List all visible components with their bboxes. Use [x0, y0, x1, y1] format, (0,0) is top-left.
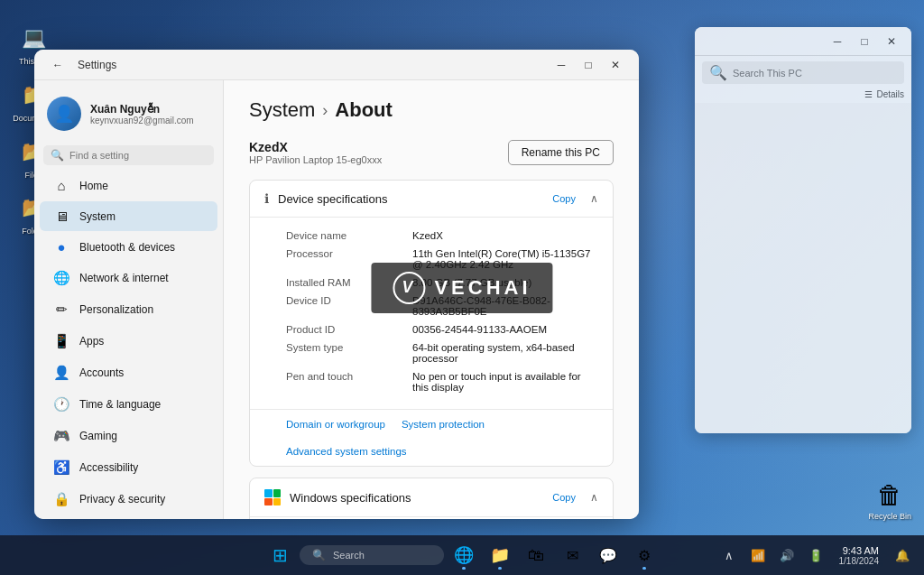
sidebar-item-label-accessibility: Accessibility [79, 461, 138, 474]
spec-row-device-id: Device ID D91A646C-C948-476E-B082-8393A3… [286, 292, 595, 320]
explorer-search-icon: 🔍 [709, 64, 727, 81]
details-icon: ☰ [864, 89, 873, 99]
breadcrumb-about: About [335, 98, 393, 122]
sidebar-item-label-system: System [79, 210, 116, 223]
sidebar-item-privacy[interactable]: 🔒 Privacy & security [40, 484, 217, 515]
taskbar-app-store[interactable]: 🛍 [520, 539, 552, 571]
taskbar-center: ⊞ 🔍 🌐 📁 🛍 ✉ 💬 ⚙ [263, 539, 661, 571]
sidebar-item-label-privacy: Privacy & security [79, 493, 165, 505]
windows-specs-header[interactable]: Windows specifications Copy ∧ [250, 478, 613, 517]
tray-network-icon[interactable]: 📶 [745, 543, 771, 568]
sidebar-item-label-home: Home [79, 180, 108, 192]
explorer-window: ─ □ ✕ 🔍 ☰ Details [695, 27, 911, 433]
tray-chevron-icon[interactable]: ∧ [716, 543, 742, 568]
taskbar-search-bar[interactable]: 🔍 [300, 545, 444, 565]
spec-label-device-name: Device name [286, 230, 412, 241]
sidebar-item-home[interactable]: ⌂ Home [40, 171, 217, 200]
avatar: 👤 [47, 97, 81, 131]
breadcrumb-system: System [249, 98, 315, 122]
taskbar-app-explorer[interactable]: 📁 [484, 539, 516, 571]
spec-value-device-id: D91A646C-C948-476E-B082-8393A3B5BF0E [412, 295, 595, 317]
tray-sound-icon[interactable]: 🔊 [774, 543, 799, 568]
spec-label-processor: Processor [286, 248, 412, 270]
taskbar-app-edge[interactable]: 🌐 [448, 539, 480, 571]
sidebar-item-network[interactable]: 🌐 Network & internet [40, 263, 217, 293]
settings-body: 👤 Xuân Nguyễn keynvxuan92@gmail.com 🔍 ⌂ … [34, 80, 639, 519]
breadcrumb-separator: › [322, 101, 328, 120]
sidebar-item-system[interactable]: 🖥 System [40, 201, 217, 231]
sidebar-item-time[interactable]: 🕐 Time & language [40, 389, 217, 420]
settings-back-button[interactable]: ← [45, 52, 70, 78]
user-profile[interactable]: 👤 Xuân Nguyễn keynvxuan92@gmail.com [34, 88, 223, 140]
sidebar-item-bluetooth[interactable]: ● Bluetooth & devices [40, 232, 217, 262]
explorer-details-button[interactable]: ☰ Details [695, 89, 911, 103]
spec-value-system-type: 64-bit operating system, x64-based proce… [412, 342, 595, 364]
explorer-search-input[interactable] [733, 68, 897, 79]
rename-pc-button[interactable]: Rename this PC [508, 140, 614, 165]
sidebar-item-label-accounts: Accounts [79, 366, 124, 379]
personalization-icon: ✏ [52, 301, 70, 318]
settings-sidebar: 👤 Xuân Nguyễn keynvxuan92@gmail.com 🔍 ⌂ … [34, 80, 224, 519]
settings-search-input[interactable] [69, 150, 207, 161]
related-link-protection[interactable]: System protection [402, 419, 485, 430]
windows-logo-icon [264, 489, 281, 505]
sidebar-item-apps[interactable]: 📱 Apps [40, 326, 217, 357]
notification-icon[interactable]: 🔔 [890, 543, 915, 568]
taskbar-app-teams[interactable]: 💬 [592, 539, 624, 571]
explorer-maximize-button[interactable]: □ [852, 29, 877, 54]
pc-info-card: KzedX HP Pavilion Laptop 15-eg0xxx Renam… [249, 140, 614, 165]
explorer-minimize-button[interactable]: ─ [825, 29, 850, 54]
taskbar-search-input[interactable] [333, 550, 431, 561]
device-specs-controls: Copy ∧ [547, 191, 598, 206]
recycle-bin-icon[interactable]: 🗑 Recycle Bin [868, 480, 911, 521]
windows-specs-copy-button[interactable]: Copy [547, 490, 581, 505]
info-icon: ℹ [264, 191, 269, 206]
clock[interactable]: 9:43 AM 1/18/2024 [834, 543, 885, 568]
spec-row-pen-touch: Pen and touch No pen or touch input is a… [286, 367, 595, 396]
accounts-icon: 👤 [52, 365, 70, 381]
accessibility-icon: ♿ [52, 459, 70, 476]
windows-specs-chevron-icon: ∧ [590, 491, 598, 504]
settings-taskbar-icon: ⚙ [638, 547, 651, 564]
breadcrumb: System › About [249, 98, 614, 122]
store-icon: 🛍 [528, 546, 544, 565]
device-specs-header[interactable]: ℹ Device specifications Copy ∧ [250, 181, 613, 218]
windows-specs-section: Windows specifications Copy ∧ Edition Wi… [249, 478, 614, 519]
settings-minimize-button[interactable]: ─ [549, 52, 574, 78]
apps-icon: 📱 [52, 333, 70, 349]
explorer-search-bar[interactable]: 🔍 [702, 61, 904, 84]
spec-row-processor: Processor 11th Gen Intel(R) Core(TM) i5-… [286, 245, 595, 274]
device-specs-chevron-icon: ∧ [590, 192, 598, 205]
related-link-advanced[interactable]: Advanced system settings [286, 446, 407, 457]
spec-value-device-name: KzedX [412, 230, 595, 241]
spec-value-pen-touch: No pen or touch input is available for t… [412, 371, 595, 393]
system-tray: ∧ 📶 🔊 🔋 [716, 543, 828, 568]
network-icon: 🌐 [52, 270, 70, 286]
device-specs-title: Device specifications [278, 192, 387, 206]
sidebar-item-label-network: Network & internet [79, 272, 169, 284]
settings-search-bar[interactable]: 🔍 [43, 145, 214, 165]
sidebar-item-accessibility[interactable]: ♿ Accessibility [40, 452, 217, 483]
tray-battery-icon[interactable]: 🔋 [803, 543, 828, 568]
taskbar-app-settings[interactable]: ⚙ [628, 539, 661, 571]
sidebar-item-update[interactable]: ↻ Windows Update [40, 515, 217, 519]
spec-row-product-id: Product ID 00356-24544-91133-AAOEM [286, 320, 595, 339]
spec-row-device-name: Device name KzedX [286, 227, 595, 245]
start-button[interactable]: ⊞ [263, 539, 296, 571]
device-specs-title-area: ℹ Device specifications [264, 191, 387, 206]
sidebar-item-gaming[interactable]: 🎮 Gaming [40, 421, 217, 451]
sidebar-item-personalization[interactable]: ✏ Personalization [40, 294, 217, 325]
related-link-domain[interactable]: Domain or workgroup [286, 419, 385, 430]
sidebar-item-label-bluetooth: Bluetooth & devices [79, 241, 175, 254]
device-specs-copy-button[interactable]: Copy [547, 191, 581, 206]
settings-maximize-button[interactable]: □ [576, 52, 601, 78]
settings-close-button[interactable]: ✕ [603, 52, 628, 78]
windows-specs-controls: Copy ∧ [547, 490, 598, 505]
sidebar-item-accounts[interactable]: 👤 Accounts [40, 357, 217, 388]
spec-label-system-type: System type [286, 342, 412, 364]
home-icon: ⌂ [52, 178, 70, 193]
taskbar-app-mail[interactable]: ✉ [556, 539, 588, 571]
device-specs-table: Device name KzedX Processor 11th Gen Int… [250, 218, 613, 409]
explorer-close-button[interactable]: ✕ [879, 29, 904, 54]
taskbar-right: ∧ 📶 🔊 🔋 9:43 AM 1/18/2024 🔔 [716, 543, 916, 568]
